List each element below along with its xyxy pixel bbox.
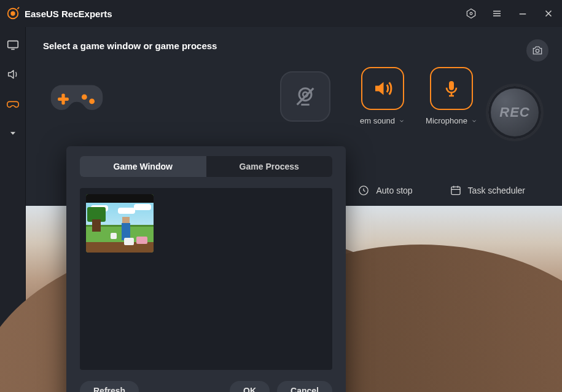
svg-rect-4 [7, 41, 18, 48]
main-area: Select a game window or game process [26, 27, 562, 392]
minimize-icon[interactable] [517, 7, 529, 20]
svg-point-10 [89, 98, 95, 104]
title-bar: EaseUS RecExperts [0, 0, 562, 27]
game-source-button[interactable] [43, 72, 111, 121]
system-sound-dropdown[interactable]: em sound [360, 116, 405, 125]
logo-icon [6, 7, 20, 20]
system-sound-label: em sound [360, 116, 395, 125]
svg-point-9 [82, 94, 87, 100]
task-scheduler-label: Task scheduler [468, 186, 525, 195]
app-logo: EaseUS RecExperts [6, 7, 112, 20]
svg-rect-8 [58, 97, 69, 100]
svg-point-6 [536, 49, 539, 52]
webcam-button[interactable] [280, 71, 330, 122]
game-select-popup: Game Window Game Process Ref [66, 146, 346, 392]
menu-icon[interactable] [491, 7, 503, 20]
svg-point-1 [10, 11, 15, 15]
popup-tabs: Game Window Game Process [80, 156, 332, 177]
close-icon[interactable] [542, 7, 555, 20]
microphone-dropdown[interactable]: Microphone [426, 116, 477, 125]
more-modes-icon[interactable] [6, 127, 20, 140]
camera-icon [531, 44, 544, 57]
settings-icon[interactable] [465, 7, 477, 20]
svg-point-11 [299, 88, 311, 100]
screenshot-button[interactable] [526, 39, 548, 61]
game-mode-icon[interactable] [6, 97, 20, 111]
speaker-icon [372, 77, 394, 100]
task-scheduler-button[interactable]: Task scheduler [450, 184, 525, 197]
record-label: REC [499, 104, 529, 120]
svg-rect-15 [451, 187, 460, 195]
auto-stop-button[interactable]: Auto stop [357, 184, 412, 197]
ok-button[interactable]: OK [230, 381, 270, 392]
auto-stop-label: Auto stop [376, 186, 412, 195]
svg-point-3 [470, 12, 472, 15]
screen-mode-icon[interactable] [6, 38, 20, 52]
app-title: EaseUS RecExperts [25, 9, 112, 19]
system-sound-button[interactable] [361, 67, 404, 110]
record-button[interactable]: REC [486, 84, 544, 141]
clock-icon [357, 184, 370, 197]
webcam-off-icon [293, 84, 318, 109]
instruction-text: Select a game window or game process [43, 41, 545, 51]
popup-footer: Refresh OK Cancel [66, 370, 346, 392]
refresh-button[interactable]: Refresh [80, 381, 139, 392]
cancel-button[interactable]: Cancel [277, 381, 332, 392]
window-grid [80, 188, 332, 370]
svg-marker-2 [467, 9, 475, 18]
tab-game-window[interactable]: Game Window [80, 156, 206, 177]
microphone-button[interactable] [430, 67, 473, 110]
chevron-down-icon [399, 118, 405, 124]
chevron-down-icon [471, 118, 477, 124]
gamepad-icon [50, 76, 104, 117]
game-window-thumbnail[interactable] [86, 194, 154, 253]
microphone-icon [442, 79, 461, 98]
svg-rect-13 [449, 81, 454, 90]
tab-game-process[interactable]: Game Process [206, 156, 333, 177]
calendar-icon [450, 184, 462, 197]
microphone-label: Microphone [426, 116, 467, 125]
audio-mode-icon[interactable] [6, 68, 20, 81]
